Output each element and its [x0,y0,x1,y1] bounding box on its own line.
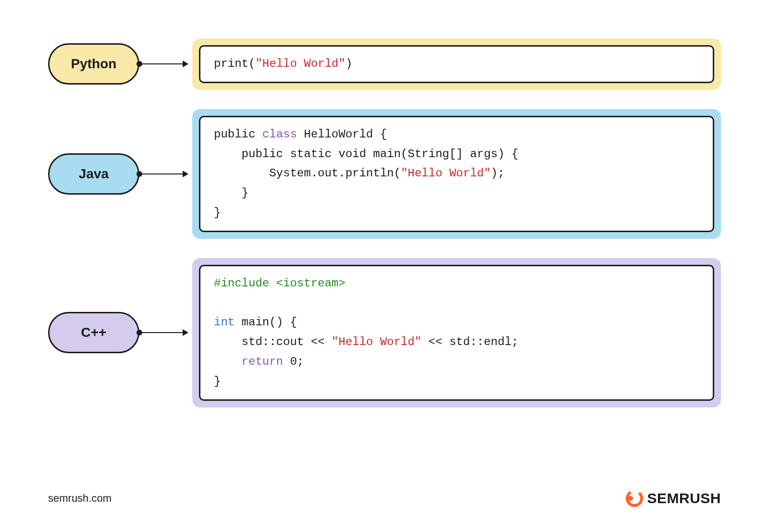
code-token: "Hello World" [332,335,422,348]
arrow-icon [139,63,187,64]
code-token: ); [491,167,505,180]
code-token: main() { [235,316,297,329]
code-token: } [214,375,221,388]
brand-name: SEMRUSH [647,490,721,507]
code-line: #include <iostream> [214,274,699,294]
code-token: class [262,128,297,141]
code-token: ) [346,57,352,70]
code-token: } [214,186,248,199]
code-token: print( [214,57,255,70]
code-block-container: #include <iostream> int main() { std::co… [192,258,721,408]
code-token: public [214,128,262,141]
svg-point-1 [628,496,633,501]
code-token: #include <iostream> [214,277,346,290]
code-line [214,294,699,313]
svg-point-0 [624,489,643,508]
language-row: Javapublic class HelloWorld { public sta… [48,109,721,239]
code-token: "Hello World" [401,167,491,180]
code-block: #include <iostream> int main() { std::co… [199,265,714,401]
code-token: 0; [283,355,304,368]
diagram-container: Pythonprint("Hello World")Javapublic cla… [48,38,721,408]
code-line: public class HelloWorld { [214,125,699,145]
code-block: public class HelloWorld { public static … [199,116,714,232]
language-row: Pythonprint("Hello World") [48,38,721,90]
brand-logo: SEMRUSH [624,489,721,508]
code-token: public static void main(String[] args) { [214,148,519,161]
code-token [214,355,242,368]
arrow-icon [139,173,187,174]
footer-url: semrush.com [48,492,112,505]
code-line: } [214,184,699,203]
code-line: public static void main(String[] args) { [214,145,699,164]
code-line: } [214,203,699,223]
code-line: return 0; [214,352,699,372]
language-row: C++#include <iostream> int main() { std:… [48,258,721,408]
code-token: } [214,206,221,219]
code-token: int [214,316,235,329]
code-block-container: public class HelloWorld { public static … [192,109,721,239]
footer: semrush.com SEMRUSH [48,489,721,508]
code-token: << std::endl; [422,335,519,348]
code-token: HelloWorld { [297,128,387,141]
semrush-icon [624,489,643,508]
code-line: print("Hello World") [214,54,699,74]
language-pill-python: Python [48,43,139,85]
code-line: int main() { [214,313,699,333]
code-block: print("Hello World") [199,45,714,83]
code-token: std::cout << [214,335,332,348]
code-token: System.out.println( [214,167,401,180]
code-line: } [214,372,699,392]
arrow-icon [139,332,187,333]
code-line: std::cout << "Hello World" << std::endl; [214,333,699,352]
code-token: return [242,355,283,368]
language-pill-cplusplus: C++ [48,312,139,353]
language-pill-java: Java [48,153,139,195]
code-line: System.out.println("Hello World"); [214,164,699,184]
code-token: "Hello World" [255,57,345,70]
code-block-container: print("Hello World") [192,38,721,90]
